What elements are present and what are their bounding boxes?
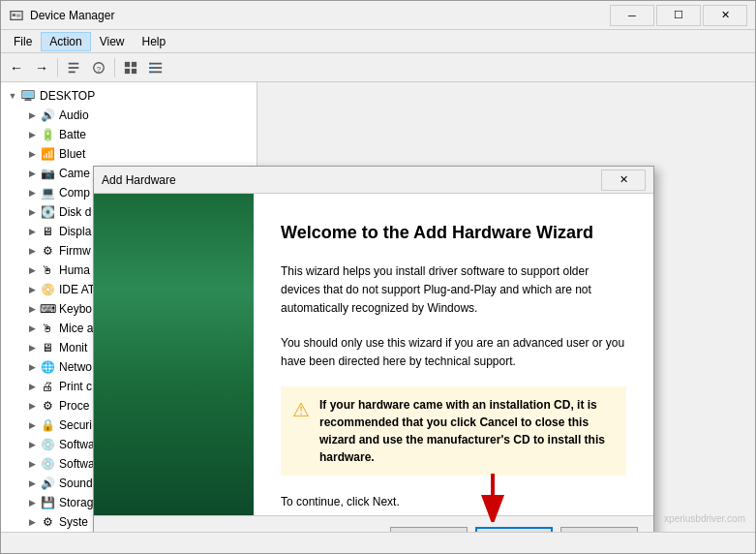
expand-icon[interactable]: ▶	[24, 417, 40, 433]
toolbar-separator-2	[114, 58, 115, 77]
svg-rect-15	[150, 71, 162, 73]
expand-icon[interactable]: ▶	[24, 514, 40, 530]
minimize-button[interactable]: ─	[610, 5, 654, 26]
dialog-continue-text: To continue, click Next.	[281, 495, 626, 508]
item-icon: 🔊	[40, 108, 55, 123]
expand-icon[interactable]: ▶	[24, 282, 40, 297]
dialog-close-button[interactable]: ✕	[601, 169, 646, 191]
menu-file[interactable]: File	[5, 32, 41, 51]
dialog-desc-1: This wizard helps you install driver sof…	[281, 262, 626, 319]
item-icon: 🌐	[40, 359, 55, 375]
expand-icon[interactable]: ▶	[24, 301, 40, 317]
expand-icon[interactable]: ▶	[24, 398, 40, 414]
toolbar-btn-4[interactable]: ?	[87, 56, 110, 79]
svg-rect-20	[23, 92, 34, 98]
expand-icon[interactable]: ▶	[24, 262, 40, 278]
expand-icon[interactable]: ▶	[24, 359, 40, 375]
item-icon: 💿	[40, 456, 55, 472]
dialog-heading: Welcome to the Add Hardware Wizard	[281, 223, 626, 243]
svg-rect-9	[125, 61, 130, 66]
window-title: Device Manager	[30, 9, 610, 22]
warning-icon: ⚠	[292, 398, 310, 421]
item-icon: 🔊	[40, 476, 55, 491]
warning-text: If your hardware came with an installati…	[319, 396, 615, 466]
item-icon: 🖥	[40, 224, 55, 239]
item-icon: 🖱	[40, 321, 55, 336]
expand-icon[interactable]: ▶	[24, 321, 40, 336]
back-button[interactable]: ←	[5, 56, 28, 79]
item-icon: ⚙	[40, 398, 55, 414]
tree-item[interactable]: ▶ 🔋 Batte	[1, 125, 257, 144]
svg-rect-4	[69, 62, 79, 64]
dialog-body: Welcome to the Add Hardware Wizard This …	[94, 194, 653, 515]
svg-rect-10	[132, 61, 136, 66]
expand-icon[interactable]: ▶	[24, 185, 40, 200]
dialog-title-text: Add Hardware	[102, 173, 601, 187]
toolbar-btn-6[interactable]	[144, 56, 167, 79]
menu-view[interactable]: View	[91, 32, 134, 51]
menu-action[interactable]: Action	[41, 32, 90, 51]
item-icon: ⚙	[40, 243, 55, 259]
svg-rect-14	[150, 67, 162, 69]
item-icon: 🖱	[40, 262, 55, 278]
item-icon: ⌨	[40, 301, 55, 317]
expand-icon[interactable]: ▶	[24, 108, 40, 123]
dialog-footer: < Back Next > Cancel	[94, 515, 653, 532]
forward-button[interactable]: →	[30, 56, 53, 79]
title-bar: Device Manager ─ ☐ ✕	[1, 1, 755, 30]
tree-item[interactable]: ▶ 📶 Bluet	[1, 144, 257, 164]
svg-rect-5	[69, 67, 79, 69]
expand-icon[interactable]: ▶	[24, 146, 40, 162]
expand-icon[interactable]: ▶	[24, 243, 40, 259]
maximize-button[interactable]: ☐	[656, 5, 701, 26]
svg-rect-11	[125, 68, 130, 73]
item-icon: 📀	[40, 282, 55, 297]
expand-icon[interactable]: ▶	[24, 437, 40, 452]
item-icon: 💾	[40, 495, 55, 510]
expand-icon[interactable]: ▶	[24, 166, 40, 181]
expand-icon[interactable]: ▶	[24, 204, 40, 220]
svg-rect-1	[13, 14, 16, 16]
dialog-warning: ⚠ If your hardware came with an installa…	[281, 386, 626, 476]
expand-icon[interactable]: ▶	[24, 224, 40, 239]
toolbar-btn-5[interactable]	[119, 56, 142, 79]
dialog-left-panel	[94, 194, 254, 515]
toolbar-btn-3[interactable]	[62, 56, 85, 79]
menu-bar: File Action View Help	[1, 30, 755, 53]
item-icon: 📷	[40, 166, 55, 181]
tree-item[interactable]: ▶ 🔊 Audio	[1, 106, 257, 125]
tree-root[interactable]: ▼ DESKTOP	[1, 86, 257, 106]
expand-icon[interactable]: ▶	[24, 495, 40, 510]
expand-icon[interactable]: ▼	[5, 88, 20, 104]
svg-rect-18	[149, 71, 151, 73]
dialog-desc-2: You should only use this wizard if you a…	[281, 334, 626, 371]
item-icon: 🔋	[40, 127, 55, 142]
window-icon	[9, 8, 24, 23]
dialog-content: Welcome to the Add Hardware Wizard This …	[254, 194, 653, 515]
expand-icon[interactable]: ▶	[24, 127, 40, 142]
svg-rect-16	[149, 62, 151, 64]
svg-rect-22	[25, 100, 32, 101]
close-button[interactable]: ✕	[703, 5, 747, 26]
add-hardware-dialog: Add Hardware ✕ Welcome to the Add Hardwa…	[93, 166, 654, 532]
toolbar: ← → ?	[1, 53, 755, 82]
next-button[interactable]: Next >	[475, 527, 553, 533]
dialog-title-bar: Add Hardware ✕	[94, 167, 653, 194]
expand-icon[interactable]: ▶	[24, 340, 40, 355]
expand-icon[interactable]: ▶	[24, 379, 40, 394]
watermark: xperiusbdriver.com	[664, 513, 745, 524]
svg-rect-13	[150, 62, 162, 64]
item-icon: ⚙	[40, 514, 55, 530]
expand-icon[interactable]: ▶	[24, 456, 40, 472]
svg-rect-17	[149, 67, 151, 69]
main-content: ▼ DESKTOP ▶ 🔊 Audio ▶ 🔋	[1, 82, 755, 532]
expand-icon[interactable]: ▶	[24, 476, 40, 491]
item-icon: 📶	[40, 146, 55, 162]
item-icon: 💻	[40, 185, 55, 200]
svg-text:?: ?	[97, 64, 102, 73]
back-button[interactable]: < Back	[390, 527, 468, 533]
status-bar	[1, 532, 755, 553]
item-icon: 🖨	[40, 379, 55, 394]
cancel-button[interactable]: Cancel	[560, 527, 638, 533]
menu-help[interactable]: Help	[134, 32, 175, 51]
